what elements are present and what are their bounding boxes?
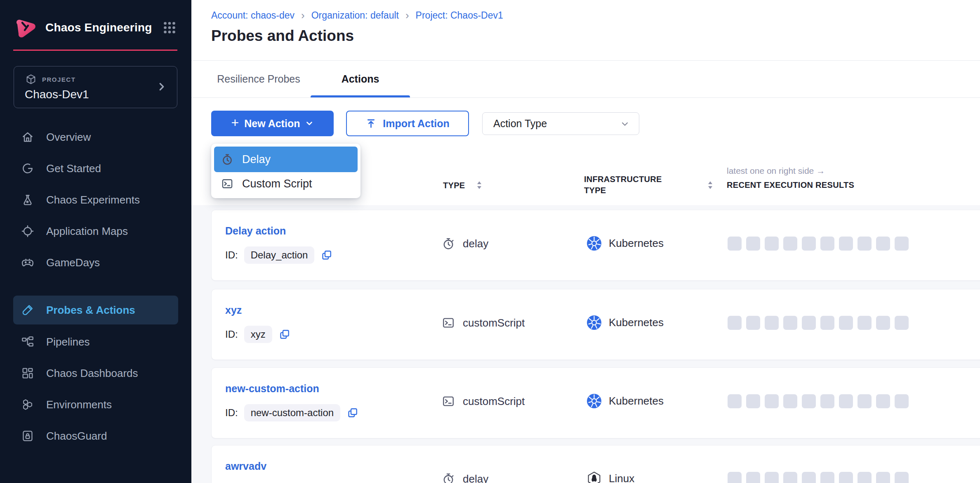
main-content: Account: chaos-dev › Organization: defau… [191,0,980,483]
menu-item-label: Custom Script [242,178,312,190]
action-name-link[interactable]: xyz [225,304,242,316]
sort-icon[interactable] [476,180,483,190]
chevron-down-icon [305,119,313,128]
app-title: Chaos Engineering [45,21,161,34]
breadcrumb: Account: chaos-dev › Organization: defau… [211,10,503,21]
new-action-label: New Action [244,118,300,130]
crosshair-icon [21,224,35,238]
action-type-select[interactable]: Action Type [482,112,639,135]
import-action-button[interactable]: Import Action [346,111,469,136]
infrastructure-type-value: Kubernetes [609,316,664,329]
app-root: Chaos Engineering PROJECT Chaos-Dev1 [0,0,980,483]
id-label: ID: [225,329,238,340]
sort-icon[interactable] [707,180,714,190]
action-name-link[interactable]: awrvadv [225,460,266,472]
sidebar-item-application-maps[interactable]: Application Maps [13,215,178,247]
sidebar-item-label: Overview [46,131,91,144]
test-tube-icon [21,303,35,317]
chevron-down-icon [620,119,630,129]
id-label: ID: [225,249,238,261]
sidebar-header: Chaos Engineering [13,15,178,40]
sidebar-item-probes-actions[interactable]: Probes & Actions [13,296,178,324]
kubernetes-icon [587,315,602,330]
copy-id-button[interactable] [278,328,291,341]
tab-bar: Resilience Probes Actions [191,61,980,98]
new-action-button[interactable]: + New Action [211,111,334,136]
terminal-icon [441,316,455,330]
column-header-infrastructure-type[interactable]: INFRASTRUCTURE TYPE [584,174,681,196]
stopwatch-icon [441,472,455,483]
environments-icon [21,398,35,412]
harness-chaos-logo-icon [13,15,38,40]
new-action-dropdown: Delay Custom Script [211,144,360,198]
sidebar-item-overview[interactable]: Overview [13,121,178,153]
project-selector[interactable]: PROJECT Chaos-Dev1 [14,66,177,108]
get-started-icon [21,161,35,175]
action-id-value: new-custom-action [244,404,340,421]
table-row: new-custom-action ID: new-custom-action … [211,367,980,438]
project-cube-icon [25,73,37,85]
id-label: ID: [225,407,238,419]
sidebar-item-pipelines[interactable]: Pipelines [13,326,178,358]
copy-icon [278,328,291,341]
breadcrumb-org-link[interactable]: Organization: default [311,10,399,21]
infrastructure-type-value: Linux [609,472,634,483]
kubernetes-icon [587,393,602,409]
infrastructure-type-value: Kubernetes [609,395,664,407]
action-type-value: delay [463,237,488,250]
terminal-icon [221,177,234,190]
action-type-value: customScript [463,317,525,329]
copy-icon [320,249,333,261]
recent-results-hint: latest one on right side → [727,166,825,176]
action-name-link[interactable]: Delay action [225,225,286,237]
tab-actions[interactable]: Actions [311,61,410,97]
sidebar-item-get-started[interactable]: Get Started [13,153,178,184]
upload-icon [365,118,377,129]
action-type-value: Action Type [493,118,547,130]
breadcrumb-separator: › [405,11,409,20]
breadcrumb-project-link[interactable]: Project: Chaos-Dev1 [416,10,503,21]
sidebar-item-label: Chaos Dashboards [46,367,138,380]
copy-icon [346,407,359,419]
action-id-value: Delay_action [244,246,315,264]
breadcrumb-account-link[interactable]: Account: chaos-dev [211,10,294,21]
sidebar-nav: Overview Get Started Chaos Experiments [13,121,178,452]
sidebar-item-label: Chaos Experiments [46,194,140,206]
sidebar-item-chaosguard[interactable]: ChaosGuard [13,420,178,452]
action-id-value: xyz [244,326,272,343]
active-tab-underline [311,95,410,97]
sidebar-item-chaos-experiments[interactable]: Chaos Experiments [13,184,178,215]
menu-item-label: Delay [242,153,271,166]
table-row: xyz ID: xyz customScript [211,289,980,360]
table-row: awrvadv delay Linux [211,445,980,483]
lock-shield-icon [21,429,35,443]
table-row: Delay action ID: Delay_action delay [211,210,980,281]
sidebar-item-environments[interactable]: Environments [13,389,178,420]
recent-execution-results [728,316,909,330]
project-label: PROJECT [42,76,75,83]
plus-icon: + [231,115,239,130]
terminal-icon [441,394,455,408]
pipelines-icon [21,335,35,349]
sidebar-item-gamedays[interactable]: GameDays [13,247,178,278]
stopwatch-icon [441,237,455,251]
copy-id-button[interactable] [346,407,359,419]
sidebar-item-chaos-dashboards[interactable]: Chaos Dashboards [13,358,178,389]
recent-execution-results [728,394,909,408]
chevron-right-icon [155,80,168,93]
kubernetes-icon [587,236,602,251]
menu-item-custom-script[interactable]: Custom Script [214,172,358,195]
module-grid-icon[interactable] [161,19,178,36]
action-name-link[interactable]: new-custom-action [225,383,319,395]
flask-icon [21,193,35,207]
sidebar-item-label: Get Started [46,162,101,175]
copy-id-button[interactable] [320,249,333,261]
gamepad-icon [21,256,35,270]
recent-execution-results [728,237,909,251]
sidebar-item-label: Environments [46,398,112,411]
sidebar-item-label: Application Maps [46,225,128,238]
sidebar-item-label: ChaosGuard [46,430,107,443]
tab-resilience-probes[interactable]: Resilience Probes [204,61,313,97]
menu-item-delay[interactable]: Delay [214,147,358,172]
column-header-type[interactable]: TYPE [443,181,465,190]
